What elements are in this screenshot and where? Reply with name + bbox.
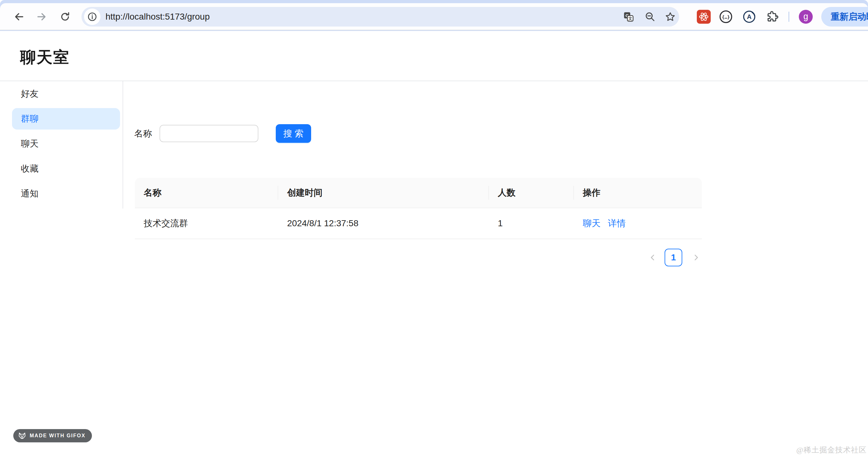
- zoom-out-icon: [644, 11, 656, 23]
- app-page: 聊天室 好友 群聊 聊天 收藏 通知 名称 搜 索 名称 创建时间 人数 操作 …: [0, 31, 868, 455]
- chevron-right-icon: [692, 253, 701, 262]
- extension-a-tool[interactable]: A: [742, 10, 756, 24]
- relaunch-to-update-button[interactable]: 重新启动即可更新: [821, 7, 868, 27]
- svg-text:文: 文: [628, 16, 632, 21]
- forward-arrow-icon: [36, 11, 48, 23]
- pagination-page-1[interactable]: 1: [664, 249, 682, 266]
- search-name-input[interactable]: [159, 125, 258, 142]
- info-icon: [87, 12, 97, 22]
- table-header-row: 名称 创建时间 人数 操作: [135, 178, 702, 208]
- search-button[interactable]: 搜 索: [276, 124, 311, 143]
- toolbar-separator: [788, 12, 789, 22]
- page-title: 聊天室: [20, 47, 69, 68]
- pagination-prev-button[interactable]: [647, 249, 658, 266]
- url-text[interactable]: http://localhost:5173/group: [105, 7, 210, 27]
- extensions-menu-button[interactable]: [766, 10, 779, 23]
- forward-button[interactable]: [36, 11, 48, 23]
- juejin-watermark: @稀土掘金技术社区: [796, 445, 867, 455]
- search-name-label: 名称: [134, 125, 152, 142]
- profile-avatar[interactable]: g: [799, 10, 813, 24]
- browser-chrome: http://localhost:5173/group G 文: [0, 0, 868, 31]
- bookmark-button[interactable]: [664, 11, 676, 23]
- translate-icon: G 文: [623, 11, 634, 23]
- braces-icon: {…}: [719, 10, 733, 24]
- column-header-count: 人数: [489, 178, 574, 208]
- url-bar[interactable]: http://localhost:5173/group G 文: [82, 7, 679, 27]
- main-content: 名称 搜 索 名称 创建时间 人数 操作 技术交流群 2024/8/1 12:3…: [0, 81, 868, 428]
- browser-toolbar: http://localhost:5173/group G 文: [0, 3, 868, 30]
- extension-react-devtools[interactable]: [697, 10, 711, 24]
- translate-button[interactable]: G 文: [623, 11, 634, 23]
- back-arrow-icon: [13, 11, 25, 23]
- column-header-created: 创建时间: [278, 178, 489, 208]
- reload-button[interactable]: [59, 11, 71, 23]
- reload-icon: [59, 11, 71, 23]
- extension-json-viewer[interactable]: {…}: [719, 10, 733, 24]
- pagination: 1: [647, 249, 702, 266]
- cell-group-name: 技术交流群: [135, 208, 278, 239]
- chevron-left-icon: [648, 253, 657, 262]
- react-devtools-icon: [697, 10, 711, 24]
- groups-table: 名称 创建时间 人数 操作 技术交流群 2024/8/1 12:37:58 1 …: [135, 178, 702, 239]
- site-info-chip[interactable]: [84, 8, 100, 25]
- cell-actions: 聊天 详情: [574, 208, 702, 239]
- gifox-label: MADE WITH GIFOX: [30, 433, 86, 438]
- letter-a-icon: A: [742, 10, 756, 24]
- star-icon: [664, 11, 676, 23]
- fox-icon: [18, 431, 27, 440]
- column-header-actions: 操作: [574, 178, 702, 208]
- table-row: 技术交流群 2024/8/1 12:37:58 1 聊天 详情: [135, 208, 702, 239]
- zoom-button[interactable]: [644, 11, 656, 23]
- pagination-next-button[interactable]: [690, 249, 702, 266]
- chat-link[interactable]: 聊天: [583, 218, 600, 228]
- back-button[interactable]: [13, 11, 25, 23]
- svg-text:{…}: {…}: [722, 14, 730, 20]
- cell-created-at: 2024/8/1 12:37:58: [278, 208, 489, 239]
- puzzle-icon: [766, 10, 779, 23]
- gifox-badge: MADE WITH GIFOX: [13, 429, 92, 442]
- column-header-name: 名称: [135, 178, 278, 208]
- svg-text:A: A: [747, 13, 752, 20]
- details-link[interactable]: 详情: [608, 218, 626, 228]
- cell-member-count: 1: [489, 208, 574, 239]
